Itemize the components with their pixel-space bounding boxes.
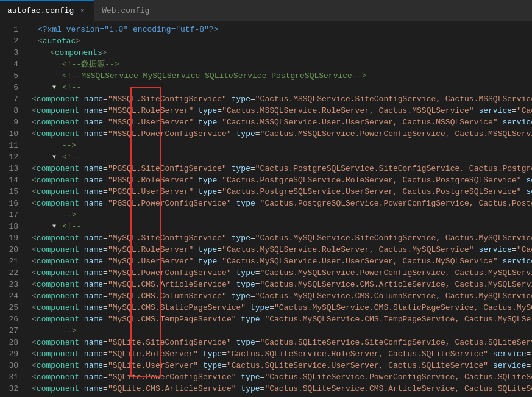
line-number-33: 33 [5, 395, 18, 397]
tab-autofac-label: autofac.config [7, 6, 74, 15]
line-number-1: 1 [5, 24, 18, 35]
code-line-7: <component name="MSSQL.SiteConfigService… [28, 93, 532, 105]
code-line-3: <components> [28, 47, 532, 59]
code-line-20: <component name="MySQL.RoleServer" type=… [28, 244, 532, 256]
code-text-30: <component name="SQLite.UserServer" type… [32, 360, 532, 371]
editor-wrapper: 1234567891011121314151617181920212223242… [0, 21, 532, 397]
code-text-27: --> [62, 325, 76, 337]
line-number-7: 7 [5, 93, 18, 105]
line-number-23: 23 [5, 279, 18, 290]
line-number-24: 24 [5, 290, 18, 302]
line-number-28: 28 [5, 337, 18, 348]
code-text-28: <component name="SQLite.SiteConfigServic… [32, 337, 532, 348]
code-text-15: <component name="PGSQL.UserServer" type=… [32, 186, 532, 198]
line-number-20: 20 [5, 244, 18, 256]
line-number-10: 10 [5, 128, 18, 140]
fold-space-17 [52, 209, 62, 221]
line-numbers: 1234567891011121314151617181920212223242… [0, 21, 26, 397]
code-line-12: ▼<!-- [28, 151, 532, 163]
code-line-2: <autofac> [28, 35, 532, 47]
code-line-24: <component name="MySQL.CMS.ColumnService… [28, 290, 532, 302]
code-text-9: <component name="MSSQL.UserServer" type=… [32, 116, 532, 128]
code-line-1: <?xml version="1.0" encoding="utf-8"?> [28, 24, 532, 35]
code-text-4: <!--数据源--> [62, 59, 119, 70]
line-number-16: 16 [5, 198, 18, 209]
fold-arrow-12[interactable]: ▼ [52, 151, 62, 163]
code-line-15: <component name="PGSQL.UserServer" type=… [28, 186, 532, 198]
code-text-23: <component name="MySQL.CMS.ArticleServic… [32, 279, 532, 290]
tab-web[interactable]: Web.config [94, 0, 157, 21]
code-line-17: --> [28, 209, 532, 221]
code-text-14: <component name="PGSQL.RoleServer" type=… [32, 174, 532, 186]
code-text-29: <component name="SQLite.RoleServer" type… [32, 348, 532, 360]
line-number-19: 19 [5, 232, 18, 244]
code-text-17: --> [62, 209, 76, 221]
fold-space-5 [52, 70, 62, 82]
line-number-5: 5 [5, 70, 18, 82]
code-text-16: <component name="PGSQL.PowerConfigServic… [32, 198, 532, 209]
tab-autofac[interactable]: autofac.config × [0, 0, 94, 21]
fold-space-2 [28, 35, 38, 47]
fold-arrow-6[interactable]: ▼ [52, 82, 62, 93]
line-number-6: 6 [5, 82, 18, 93]
code-text-1: <?xml version="1.0" encoding="utf-8"?> [38, 24, 218, 35]
code-line-9: <component name="MSSQL.UserServer" type=… [28, 116, 532, 128]
line-number-21: 21 [5, 256, 18, 267]
line-number-15: 15 [5, 186, 18, 198]
line-number-18: 18 [5, 221, 18, 232]
code-text-25: <component name="MySQL.CMS.StaticPageSer… [32, 302, 532, 313]
code-line-13: <component name="PGSQL.SiteConfigService… [28, 163, 532, 174]
line-number-13: 13 [5, 163, 18, 174]
code-line-33: <component name="SQLite.CMS.ColumnServic… [28, 395, 532, 397]
code-content[interactable]: <?xml version="1.0" encoding="utf-8"?> <… [26, 21, 532, 397]
code-line-11: --> [28, 140, 532, 151]
line-number-29: 29 [5, 348, 18, 360]
fold-arrow-18[interactable]: ▼ [52, 221, 62, 232]
fold-space-11 [52, 140, 62, 151]
line-number-25: 25 [5, 302, 18, 313]
code-line-25: <component name="MySQL.CMS.StaticPageSer… [28, 302, 532, 313]
code-line-16: <component name="PGSQL.PowerConfigServic… [28, 198, 532, 209]
fold-space-3 [40, 47, 50, 59]
code-line-27: --> [28, 325, 532, 337]
tab-autofac-close[interactable]: × [77, 6, 87, 16]
code-line-23: <component name="MySQL.CMS.ArticleServic… [28, 279, 532, 290]
code-text-21: <component name="MySQL.UserServer" type=… [32, 256, 532, 267]
tab-bar: autofac.config × Web.config [0, 0, 532, 21]
line-number-2: 2 [5, 35, 18, 47]
code-text-24: <component name="MySQL.CMS.ColumnService… [32, 290, 532, 302]
line-number-11: 11 [5, 140, 18, 151]
code-text-8: <component name="MSSQL.RoleServer" type=… [32, 105, 532, 116]
editor: 1234567891011121314151617181920212223242… [0, 21, 532, 397]
fold-space-4 [52, 59, 62, 70]
code-line-21: <component name="MySQL.UserServer" type=… [28, 256, 532, 267]
code-text-12: <!-- [62, 151, 81, 163]
code-line-18: ▼<!-- [28, 221, 532, 232]
code-line-26: <component name="MySQL.CMS.TempPageServi… [28, 313, 532, 325]
code-line-8: <component name="MSSQL.RoleServer" type=… [28, 105, 532, 116]
code-text-33: <component name="SQLite.CMS.ColumnServic… [32, 395, 532, 397]
code-text-10: <component name="MSSQL.PowerConfigServic… [32, 128, 532, 140]
code-line-5: <!--MSSQLService MySQLService SQLiteServ… [28, 70, 532, 82]
code-line-4: <!--数据源--> [28, 59, 532, 70]
code-text-19: <component name="MySQL.SiteConfigService… [32, 232, 532, 244]
line-number-32: 32 [5, 383, 18, 395]
code-text-13: <component name="PGSQL.SiteConfigService… [32, 163, 532, 174]
code-line-30: <component name="SQLite.UserServer" type… [28, 360, 532, 371]
code-line-6: ▼<!-- [28, 82, 532, 93]
line-number-12: 12 [5, 151, 18, 163]
line-number-22: 22 [5, 267, 18, 279]
code-line-22: <component name="MySQL.PowerConfigServic… [28, 267, 532, 279]
code-line-10: <component name="MSSQL.PowerConfigServic… [28, 128, 532, 140]
code-text-6: <!-- [62, 82, 81, 93]
code-line-29: <component name="SQLite.RoleServer" type… [28, 348, 532, 360]
code-line-28: <component name="SQLite.SiteConfigServic… [28, 337, 532, 348]
line-number-27: 27 [5, 325, 18, 337]
line-number-14: 14 [5, 174, 18, 186]
line-number-17: 17 [5, 209, 18, 221]
code-text-5: <!--MSSQLService MySQLService SQLiteServ… [62, 70, 366, 82]
code-text-31: <component name="SQLite.PowerConfigServi… [32, 371, 532, 383]
line-number-8: 8 [5, 105, 18, 116]
fold-space-1 [28, 24, 38, 35]
code-line-31: <component name="SQLite.PowerConfigServi… [28, 371, 532, 383]
